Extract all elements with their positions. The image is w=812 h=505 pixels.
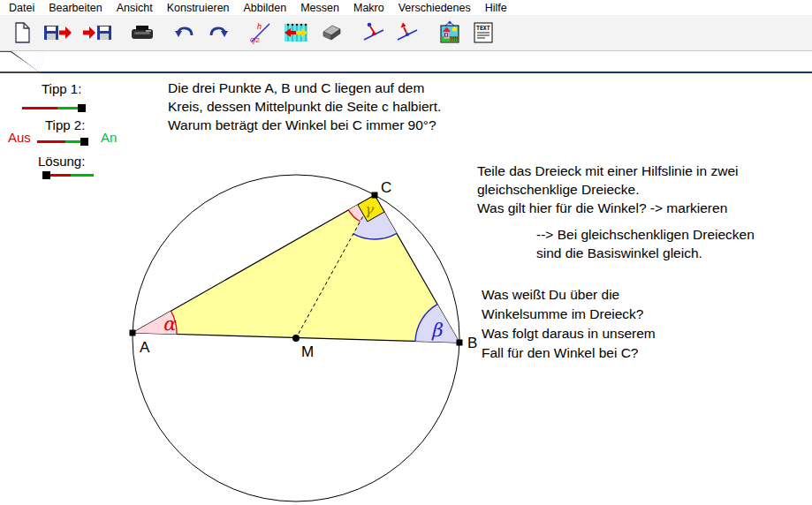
- save-icon: [43, 21, 73, 44]
- label-object-button[interactable]: hQ2: [247, 19, 274, 46]
- toolbar: hQ2 TEXT: [0, 15, 812, 50]
- picture-icon: [437, 20, 462, 45]
- solution-label: Lösung:: [38, 154, 85, 169]
- point-B-label: B: [467, 335, 477, 351]
- new-document-button[interactable]: [9, 19, 35, 46]
- tip2-label: Tipp 2:: [45, 117, 85, 132]
- triangle-ABC[interactable]: [133, 195, 459, 343]
- menu-makro[interactable]: Makro: [346, 1, 391, 15]
- off-label: Aus: [8, 130, 31, 145]
- menu-messen[interactable]: Messen: [293, 1, 346, 15]
- point-C-marker[interactable]: [372, 192, 378, 199]
- point-onto-line-icon: [362, 21, 385, 44]
- tab-spacer: [0, 51, 41, 73]
- point-C-label: C: [381, 179, 391, 196]
- bind-point-button[interactable]: [360, 19, 387, 46]
- point-A-label: A: [140, 339, 150, 356]
- menu-abbilden[interactable]: Abbilden: [237, 1, 294, 15]
- menu-hilfe[interactable]: Hilfe: [478, 1, 514, 15]
- tip1-label: Tipp 1:: [42, 81, 81, 96]
- tip1-toggle[interactable]: [22, 103, 86, 112]
- menu-datei[interactable]: Datei: [2, 1, 42, 15]
- detach-point-button[interactable]: [394, 19, 421, 46]
- toggle-track-on: [71, 174, 94, 177]
- save-drawing-button[interactable]: [42, 19, 74, 46]
- point-M-marker[interactable]: [292, 335, 300, 342]
- redo-icon: [207, 21, 230, 44]
- svg-text:h: h: [257, 22, 262, 31]
- redo-button[interactable]: [205, 19, 231, 46]
- tab-bar: Hauptleiste Konstruieren Abbilden Kurven…: [0, 50, 812, 73]
- menu-konstruieren[interactable]: Konstruieren: [160, 1, 237, 15]
- point-A-marker[interactable]: [130, 330, 136, 336]
- tip2-toggle[interactable]: [37, 137, 88, 146]
- menu-bearbeiten[interactable]: Bearbeiten: [42, 1, 109, 15]
- hide-object-button[interactable]: [281, 19, 311, 46]
- toggle-handle[interactable]: [78, 104, 86, 112]
- geometry-canvas[interactable]: γαβABCM: [0, 72, 812, 505]
- undo-icon: [173, 21, 196, 44]
- toggle-track-off: [22, 107, 57, 109]
- load-drawing-button[interactable]: [81, 19, 113, 46]
- on-label: An: [101, 130, 117, 145]
- app-window: Datei Bearbeiten Ansicht Konstruieren Ab…: [0, 0, 812, 505]
- solution-toggle[interactable]: [42, 170, 94, 179]
- angle-alpha-label: α: [163, 313, 177, 335]
- new-document-icon: [11, 21, 34, 44]
- menu-ansicht[interactable]: Ansicht: [110, 1, 160, 15]
- toggle-handle[interactable]: [42, 171, 50, 179]
- toggle-handle[interactable]: [80, 138, 88, 146]
- delete-object-button[interactable]: [318, 19, 345, 46]
- print-button[interactable]: [129, 19, 156, 46]
- solution-text: --> Bei gleichschenkligen Dreiecken sind…: [536, 225, 755, 262]
- curtain-arrows-icon: [282, 21, 310, 44]
- angle-beta-label: β: [431, 320, 444, 341]
- point-M-label: M: [301, 343, 314, 360]
- point-off-line-icon: [396, 21, 419, 44]
- tip2-text: Was weißt Du über die Winkelsumme im Dre…: [482, 285, 656, 363]
- menu-verschiedenes[interactable]: Verschiedenes: [391, 1, 478, 15]
- background-image-button[interactable]: [436, 19, 463, 46]
- load-icon: [82, 21, 112, 44]
- printer-icon: [130, 21, 155, 44]
- text-object-button[interactable]: TEXT: [470, 19, 497, 46]
- label-line-icon: hQ2: [249, 21, 272, 44]
- svg-text:TEXT: TEXT: [476, 26, 490, 32]
- svg-text:Q2: Q2: [250, 36, 260, 44]
- task-text: Die drei Punkte A, B und C liegen auf de…: [168, 79, 441, 134]
- text-icon: TEXT: [472, 21, 495, 44]
- menu-bar: Datei Bearbeiten Ansicht Konstruieren Ab…: [0, 0, 812, 15]
- tip1-text: Teile das Dreieck mit einer Hilfslinie i…: [477, 162, 738, 217]
- point-B-marker[interactable]: [457, 340, 463, 346]
- undo-button[interactable]: [171, 19, 198, 46]
- eraser-icon: [319, 21, 344, 44]
- toggle-track-off: [37, 140, 65, 143]
